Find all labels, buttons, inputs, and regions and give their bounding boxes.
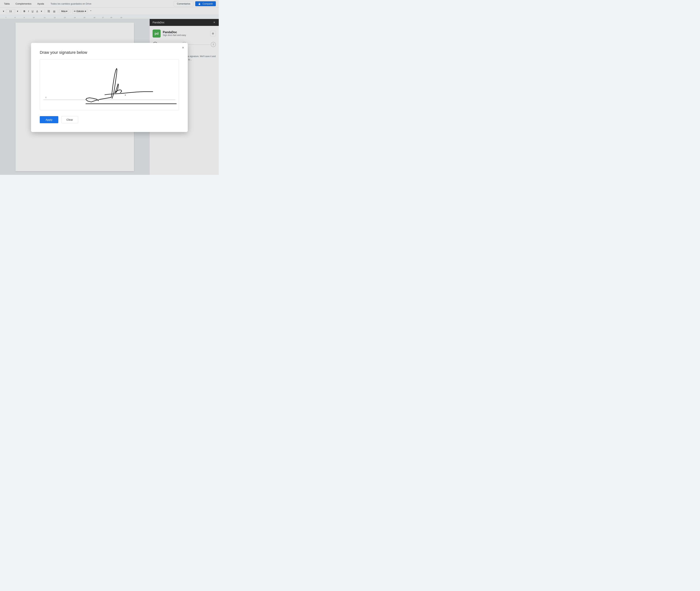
signature-drawing bbox=[40, 59, 179, 110]
modal-title: Draw your signature below bbox=[40, 50, 179, 55]
modal-close-button[interactable]: × bbox=[182, 46, 184, 49]
signature-x-mark: × bbox=[45, 96, 47, 99]
modal-overlay: × Draw your signature below bbox=[0, 0, 219, 175]
clear-button[interactable]: Clear bbox=[61, 116, 78, 123]
signature-dialog: × Draw your signature below bbox=[31, 43, 188, 132]
apply-button[interactable]: Apply bbox=[40, 116, 58, 123]
signature-canvas[interactable]: × bbox=[40, 59, 179, 110]
svg-point-1 bbox=[125, 95, 126, 95]
modal-buttons: Apply Clear bbox=[40, 116, 179, 123]
